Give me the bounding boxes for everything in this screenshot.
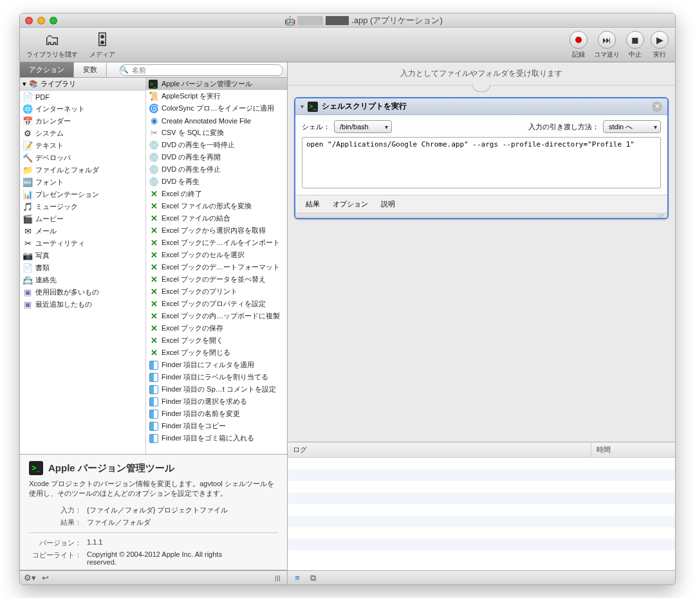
action-item[interactable]: ✕Excel ファイルの結合 — [146, 212, 287, 224]
action-item[interactable]: 💿DVD の再生を一時停止 — [146, 139, 287, 151]
action-item[interactable]: ✕Excel ブックの内…ップボードに複製 — [146, 310, 287, 322]
stop-button[interactable]: ◼ 中止 — [626, 31, 644, 59]
library-smart-item[interactable]: ▣最近追加したもの — [20, 298, 145, 311]
actions-list[interactable]: >_Apple バージョン管理ツール📜AppleScript を実行🌀Color… — [146, 78, 287, 454]
library-item[interactable]: 📅カレンダー — [20, 115, 145, 127]
finder-icon — [149, 421, 159, 431]
connector-notch — [288, 86, 675, 92]
media-icon: 🎛 — [92, 31, 113, 49]
record-icon — [570, 31, 588, 49]
action-item[interactable]: 💿DVD の再生を停止 — [146, 163, 287, 176]
workflow-area[interactable]: ▾ >_ シェルスクリプトを実行 ✕ シェル： /bin/bash 入力の引き渡… — [288, 92, 675, 442]
action-item[interactable]: ✕Excel ブックのプロパティを設定 — [146, 298, 287, 310]
library-item[interactable]: 🎵ミュージック — [20, 201, 145, 213]
input-hint: 入力としてファイルやフォルダを受け取ります — [288, 62, 675, 86]
action-item[interactable]: >_Apple バージョン管理ツール — [146, 78, 287, 90]
close-button[interactable] — [25, 17, 33, 24]
action-item[interactable]: Finder 項目をゴミ箱に入れる — [146, 432, 287, 444]
library-header[interactable]: ▾ 📚 ライブラリ — [20, 78, 145, 91]
utility-icon: ✂ — [149, 128, 159, 138]
library-item[interactable]: 🔤フォント — [20, 176, 145, 188]
toolbar: 🗂 ライブラリを隠す 🎛 メディア 記録 ⏭ コマ送り ◼ 中止 ▶ — [20, 28, 675, 62]
tab-options[interactable]: オプション — [333, 199, 368, 209]
library-item[interactable]: 📄PDF — [20, 91, 145, 103]
shell-select[interactable]: /bin/bash — [334, 120, 392, 133]
library-smart-item[interactable]: ▣使用回数が多いもの — [20, 286, 145, 298]
action-item[interactable]: ✂CSV を SQL に変換 — [146, 127, 287, 139]
action-item[interactable]: Finder 項目の選択を求める — [146, 395, 287, 408]
redacted-icon-2 — [326, 16, 349, 25]
action-item[interactable]: ✕Excel ブックのデ…ートフォーマット — [146, 261, 287, 273]
log-view-icon[interactable]: ⧉ — [307, 573, 319, 583]
action-item[interactable]: Finder 項目にフィルタを適用 — [146, 359, 287, 371]
card-header[interactable]: ▾ >_ シェルスクリプトを実行 ✕ — [295, 98, 667, 115]
hide-library-button[interactable]: 🗂 ライブラリを隠す — [26, 31, 78, 59]
library-item[interactable]: 📇連絡先 — [20, 274, 145, 286]
action-item[interactable]: 💿DVD を再生 — [146, 176, 287, 188]
log-col-time[interactable]: 時間 — [591, 442, 675, 457]
tab-result[interactable]: 結果 — [306, 199, 320, 209]
library-item[interactable]: 📊プレゼンテーション — [20, 188, 145, 201]
excel-icon: ✕ — [149, 250, 159, 260]
library-item[interactable]: ⚙システム — [20, 127, 145, 140]
step-button[interactable]: ⏭ コマ送り — [594, 31, 620, 59]
shell-label: シェル： — [302, 122, 330, 132]
category-icon: ✂ — [23, 239, 33, 249]
columns-icon[interactable]: ⫼ — [272, 573, 283, 583]
script-textarea[interactable] — [302, 137, 661, 188]
library-item[interactable]: 📷写真 — [20, 249, 145, 262]
tab-variables[interactable]: 変数 — [74, 62, 107, 77]
library-item[interactable]: ✂ユーティリティ — [20, 237, 145, 249]
action-item[interactable]: ◉Create Annotated Movie File — [146, 114, 287, 127]
list-view-icon[interactable]: ≡ — [292, 573, 303, 583]
excel-icon: ✕ — [149, 348, 159, 358]
action-item[interactable]: ✕Excel ブックのデータを並べ替え — [146, 273, 287, 285]
workflow-pane: 入力としてファイルやフォルダを受け取ります ▾ >_ シェルスクリプトを実行 ✕… — [288, 62, 675, 584]
action-label: Excel ブックから選択内容を取得 — [162, 226, 266, 235]
zoom-button[interactable] — [50, 17, 57, 24]
action-item[interactable]: ✕Excel ブックを開く — [146, 334, 287, 347]
action-item[interactable]: ✕Excel ブックを閉じる — [146, 347, 287, 359]
folder-icon: ▣ — [23, 287, 33, 298]
excel-icon: ✕ — [149, 201, 159, 212]
action-item[interactable]: 🌀ColorSync プロ…をイメージに適用 — [146, 102, 287, 114]
action-item[interactable]: 📜AppleScript を実行 — [146, 90, 287, 102]
action-item[interactable]: ✕Excel ブックから選択内容を取得 — [146, 224, 287, 237]
action-item[interactable]: ✕Excel ブックにテ…イルをインポート — [146, 237, 287, 249]
action-item[interactable]: Finder 項目の名前を変更 — [146, 408, 287, 420]
chevron-down-icon: ▾ — [23, 80, 26, 88]
action-item[interactable]: ✕Excel の終了 — [146, 188, 287, 200]
library-item[interactable]: 📁ファイルとフォルダ — [20, 164, 145, 176]
run-button[interactable]: ▶ 実行 — [651, 31, 669, 59]
action-label: Excel ファイルの結合 — [162, 213, 230, 223]
close-icon[interactable]: ✕ — [652, 102, 662, 112]
action-item[interactable]: ✕Excel ファイルの形式を変換 — [146, 200, 287, 212]
library-item[interactable]: 🔨デベロッパ — [20, 152, 145, 164]
library-item[interactable]: ✉メール — [20, 225, 145, 237]
action-item[interactable]: ✕Excel ブックのセルを選択 — [146, 249, 287, 261]
tab-actions[interactable]: アクション — [20, 62, 74, 77]
info-copyright-value: Copyright © 2004-2012 Apple Inc. All rig… — [87, 550, 248, 566]
action-item[interactable]: Finder 項目をコピー — [146, 420, 287, 432]
action-item[interactable]: ✕Excel ブックの保存 — [146, 322, 287, 334]
library-list[interactable]: ▾ 📚 ライブラリ 📄PDF🌐インターネット📅カレンダー⚙システム📝テキスト🔨デ… — [20, 78, 146, 454]
gear-icon[interactable]: ⚙▾ — [24, 573, 35, 583]
action-item[interactable]: Finder 項目の Sp…t コメントを設定 — [146, 383, 287, 395]
action-item[interactable]: ✕Excel ブックのプリント — [146, 285, 287, 298]
history-icon[interactable]: ↩ — [39, 573, 51, 583]
library-item[interactable]: 📝テキスト — [20, 140, 145, 152]
pass-input-select[interactable]: stdin へ — [603, 120, 661, 133]
record-button[interactable]: 記録 — [570, 31, 588, 59]
action-label: Finder 項目の Sp…t コメントを設定 — [162, 385, 276, 394]
tab-description[interactable]: 説明 — [381, 199, 395, 209]
log-col-log[interactable]: ログ — [288, 442, 591, 457]
resize-grip[interactable] — [295, 213, 667, 218]
library-item[interactable]: 📄書類 — [20, 262, 145, 274]
action-item[interactable]: 💿DVD の再生を再開 — [146, 151, 287, 163]
library-item[interactable]: 🎬ムービー — [20, 213, 145, 225]
action-item[interactable]: Finder 項目にラベルを割り当てる — [146, 371, 287, 383]
library-item[interactable]: 🌐インターネット — [20, 103, 145, 115]
minimize-button[interactable] — [37, 17, 45, 24]
media-button[interactable]: 🎛 メディア — [89, 31, 115, 59]
search-input[interactable] — [120, 64, 283, 76]
